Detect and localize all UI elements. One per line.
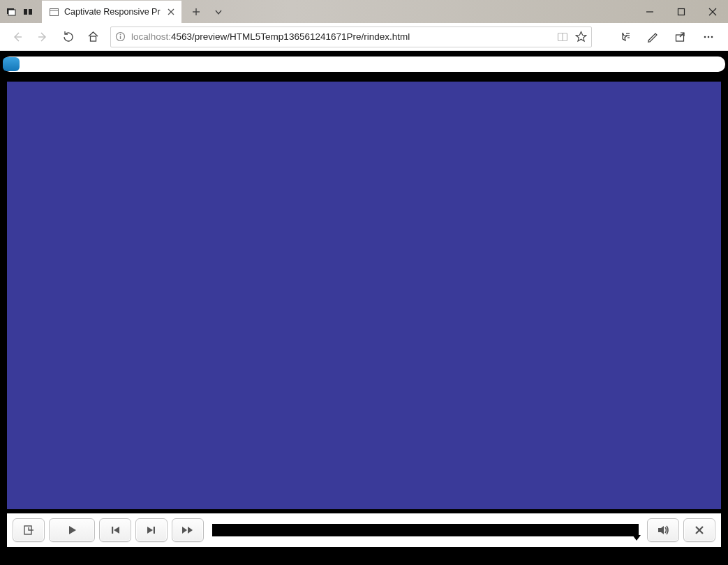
favorites-button[interactable] [612,27,637,47]
notes-button[interactable] [640,27,665,47]
titlebar-app-icons [0,0,42,23]
stage-wrapper [0,72,728,513]
page-content [0,51,728,565]
browser-tab[interactable]: Captivate Responsive Pr [42,0,181,23]
svg-marker-23 [623,33,627,40]
next-button[interactable] [135,518,168,542]
audio-button[interactable] [647,518,679,542]
titlebar-drag-region [233,0,634,23]
svg-rect-3 [29,9,32,15]
url-text: localhost:4563/preview/HTML5Temp13656124… [131,31,551,42]
playbar [7,513,721,547]
svg-point-30 [708,36,710,38]
play-button[interactable] [49,518,95,542]
svg-marker-36 [114,527,119,534]
svg-marker-39 [182,527,187,534]
svg-point-19 [120,33,121,35]
fast-forward-button[interactable] [172,518,204,542]
svg-rect-2 [24,9,27,15]
svg-rect-35 [112,527,113,534]
svg-point-31 [711,36,713,38]
svg-marker-41 [658,526,664,534]
refresh-button[interactable] [57,27,78,47]
svg-rect-27 [676,35,684,41]
window-controls [634,0,728,23]
tabstrip-controls [181,0,233,23]
back-button[interactable] [7,27,28,47]
svg-rect-16 [90,36,96,41]
reading-view-icon[interactable] [557,31,568,43]
playbar-footer [0,547,728,565]
home-button[interactable] [82,27,103,47]
tab-close-icon[interactable] [166,7,176,17]
svg-rect-11 [678,8,684,15]
svg-marker-34 [69,526,76,534]
svg-rect-38 [154,527,155,534]
svg-point-29 [704,36,706,38]
previous-button[interactable] [99,518,131,542]
new-tab-button[interactable] [191,7,201,17]
tab-actions-button[interactable] [214,7,223,17]
window-titlebar: Captivate Responsive Pr [0,0,728,23]
slide-stage [7,82,721,509]
window-minimize-button[interactable] [634,0,665,23]
tab-title: Captivate Responsive Pr [64,7,161,17]
address-bar[interactable]: localhost:4563/preview/HTML5Temp13656124… [110,27,592,47]
svg-rect-4 [50,8,58,15]
url-path: 4563/preview/HTML5Temp136561241671Pre/ri… [171,31,410,42]
app-icon-1 [6,6,17,17]
forward-button[interactable] [32,27,53,47]
window-maximize-button[interactable] [665,0,697,23]
url-host: localhost: [131,31,171,42]
share-button[interactable] [668,27,693,47]
svg-rect-1 [8,10,15,15]
exit-button[interactable] [683,518,715,542]
app-icon-2 [22,6,34,17]
svg-marker-22 [576,32,586,42]
browser-navbar: localhost:4563/preview/HTML5Temp13656124… [0,23,728,51]
tab-favicon-icon [49,7,59,17]
course-progress-bar[interactable] [3,56,725,72]
playbar-track[interactable] [212,524,639,536]
site-info-icon[interactable] [115,31,126,42]
progress-thumb[interactable] [3,57,20,71]
window-close-button[interactable] [697,0,728,23]
favorite-icon[interactable] [575,31,587,43]
svg-marker-37 [147,527,153,534]
svg-marker-40 [188,527,193,534]
toc-button[interactable] [13,518,45,542]
more-button[interactable] [696,27,721,47]
